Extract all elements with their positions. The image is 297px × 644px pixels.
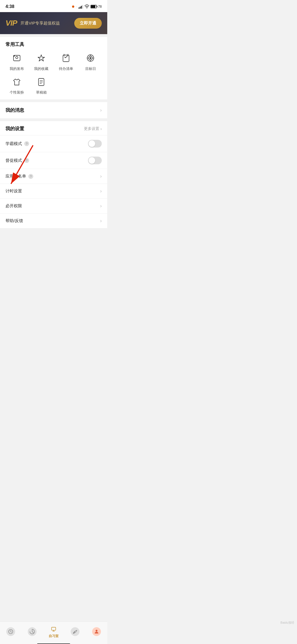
tool-collect-label: 我的收藏: [34, 66, 48, 71]
common-tools-section: 常用工具 我的发布 我的收藏: [0, 37, 107, 99]
urge-mode-row[interactable]: 督促模式 ?: [0, 152, 107, 169]
vip-banner[interactable]: VIP 开通VIP专享超值权益 立即开通: [0, 12, 107, 34]
svg-point-10: [14, 56, 15, 56]
help-left: 帮助/反馈: [6, 218, 23, 223]
svg-rect-0: [78, 7, 79, 9]
status-icons: · 78: [72, 4, 102, 9]
permissions-chevron-icon: ›: [100, 203, 102, 209]
whitelist-left: 应用白名单 ?: [6, 174, 33, 179]
scholar-left: 学霸模式 ?: [6, 141, 29, 146]
scholar-toggle[interactable]: [88, 140, 102, 148]
more-settings-chevron: ›: [100, 127, 102, 131]
permissions-row[interactable]: 必开权限 ›: [0, 198, 107, 213]
notification-dot: [72, 6, 74, 8]
messages-chevron-icon: ›: [100, 107, 102, 113]
tool-outfit[interactable]: 个性装扮: [6, 76, 28, 95]
svg-rect-7: [97, 6, 97, 7]
draft-icon: [35, 76, 47, 88]
svg-point-4: [87, 8, 87, 9]
whitelist-row[interactable]: 应用白名单 ? ›: [0, 169, 107, 184]
common-tools-title: 常用工具: [6, 41, 102, 48]
my-messages-row[interactable]: 我的消息 ›: [0, 102, 107, 118]
signal-icon: [78, 4, 83, 9]
timer-settings-row[interactable]: 计时设置 ›: [0, 184, 107, 198]
wifi-icon: [84, 4, 89, 9]
more-settings-label: 更多设置: [84, 126, 99, 131]
outfit-icon: [11, 76, 23, 88]
tool-outfit-label: 个性装扮: [10, 90, 24, 95]
vip-slogan: 开通VIP专享超值权益: [20, 21, 60, 26]
help-feedback-row[interactable]: 帮助/反馈 ›: [0, 213, 107, 228]
scholar-mode-row[interactable]: 学霸模式 ?: [0, 135, 107, 152]
urge-help-icon[interactable]: ?: [24, 158, 29, 163]
separator-dot: ·: [76, 5, 77, 8]
svg-point-14: [90, 58, 91, 59]
svg-rect-6: [91, 5, 95, 8]
permissions-label: 必开权限: [6, 203, 22, 209]
whitelist-label: 应用白名单: [6, 174, 26, 179]
svg-rect-2: [81, 6, 82, 9]
tools-grid: 我的发布 我的收藏 待办清单: [6, 52, 102, 95]
help-label: 帮助/反馈: [6, 218, 23, 223]
settings-section: 我的设置 更多设置 › 学霸模式 ? 督促模式 ? 应用白名单 ? › 计时设置: [0, 121, 107, 228]
goal-icon: [84, 52, 97, 64]
urge-left: 督促模式 ?: [6, 158, 29, 163]
whitelist-chevron-icon: ›: [100, 173, 102, 179]
permissions-left: 必开权限: [6, 203, 22, 209]
status-time: 4:38: [6, 4, 14, 9]
tool-todo-label: 待办清单: [59, 66, 73, 71]
svg-point-9: [16, 56, 18, 59]
tool-publish[interactable]: 我的发布: [6, 52, 28, 71]
timer-chevron-icon: ›: [100, 188, 102, 194]
my-messages-label: 我的消息: [6, 107, 24, 113]
help-chevron-icon: ›: [100, 218, 102, 224]
battery-level: 78: [98, 5, 102, 9]
tool-goal-label: 目标日: [85, 66, 96, 71]
battery-indicator: 78: [90, 5, 102, 9]
settings-title: 我的设置: [6, 125, 24, 132]
tool-collect[interactable]: 我的收藏: [30, 52, 53, 71]
whitelist-help-icon[interactable]: ?: [28, 174, 33, 179]
scholar-label: 学霸模式: [6, 141, 22, 146]
urge-label: 督促模式: [6, 158, 22, 163]
publish-icon: [11, 52, 23, 64]
vip-logo: VIP: [6, 19, 17, 28]
more-settings-link[interactable]: 更多设置 ›: [84, 126, 102, 131]
collect-icon: [35, 52, 47, 64]
tool-goal[interactable]: 目标日: [79, 52, 102, 71]
settings-header: 我的设置 更多设置 ›: [0, 121, 107, 135]
tool-publish-label: 我的发布: [10, 66, 24, 71]
timer-label: 计时设置: [6, 189, 22, 194]
svg-rect-3: [82, 5, 83, 9]
tool-draft-label: 草稿箱: [36, 90, 47, 95]
todo-icon: [60, 52, 72, 64]
tool-todo[interactable]: 待办清单: [55, 52, 77, 71]
timer-left: 计时设置: [6, 189, 22, 194]
svg-rect-1: [80, 7, 81, 9]
tool-draft[interactable]: 草稿箱: [30, 76, 53, 95]
svg-rect-11: [63, 55, 69, 62]
vip-left: VIP 开通VIP专享超值权益: [6, 19, 60, 28]
status-bar: 4:38 · 78: [0, 0, 107, 12]
urge-toggle[interactable]: [88, 157, 102, 164]
vip-activate-button[interactable]: 立即开通: [74, 18, 102, 29]
scholar-help-icon[interactable]: ?: [24, 141, 29, 146]
